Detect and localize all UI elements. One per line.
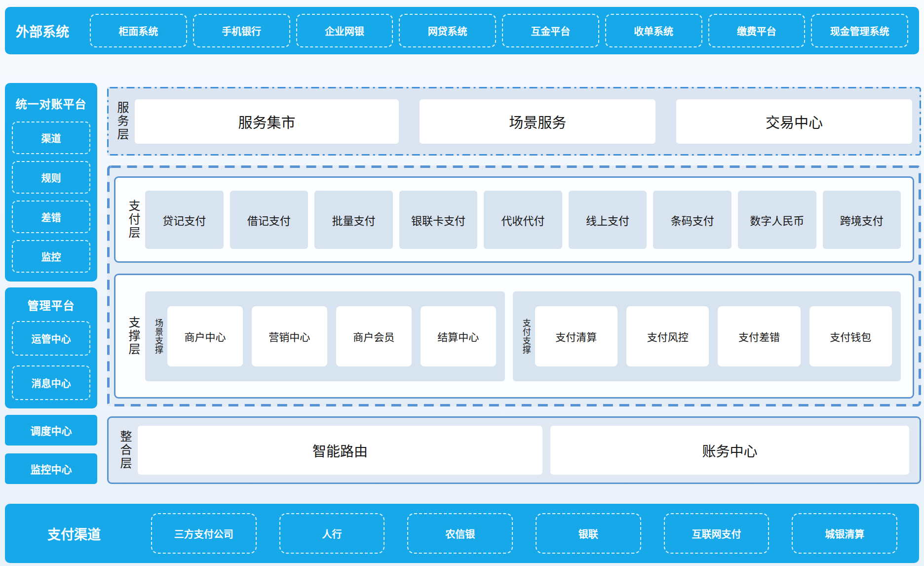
payment-layer-frame: 支付层 贷记支付 借记支付 批量支付 银联卡支付 代收代付 线上支付 条码支付 …	[114, 176, 914, 263]
support-layer-label: 支撑层	[127, 316, 139, 356]
node-merchant-center: 商户中心	[167, 306, 243, 366]
node-unionpay: 银联	[536, 513, 641, 554]
payment-layer-label: 支付层	[127, 200, 139, 240]
node-smart-routing: 智能路由	[138, 426, 542, 475]
integration-layer-panel: 整合层 智能路由 账务中心	[107, 416, 921, 484]
node-settlement-center: 结算中心	[421, 306, 496, 366]
node-corporate-ebank: 企业网银	[296, 14, 393, 47]
node-marketing-center: 营销中心	[252, 306, 327, 366]
node-barcode-payment: 条码支付	[653, 191, 732, 249]
scenario-support-group: 场景支撑 商户中心 营销中心 商户会员 结算中心	[145, 291, 505, 381]
node-payment-wallet: 支付钱包	[809, 306, 892, 366]
payment-support-group: 支付支撑 支付清算 支付风控 支付差错 支付钱包	[513, 291, 901, 381]
service-layer-label: 服务层	[116, 101, 128, 141]
node-merchant-member: 商户会员	[336, 306, 412, 366]
node-city-bank-clearing: 城银清算	[792, 513, 897, 554]
node-digital-rmb: 数字人民币	[738, 191, 816, 249]
reconciliation-platform-title: 统一对账平台	[12, 95, 90, 112]
payment-channels-title: 支付渠道	[20, 524, 128, 543]
node-online-payment: 线上支付	[569, 191, 647, 249]
node-monitoring: 监控	[12, 240, 90, 273]
node-payment-discrepancy: 支付差错	[718, 306, 800, 366]
node-counter-system: 柜面系统	[90, 14, 187, 47]
payment-channels-items: 三方支付公司 人行 农信银 银联 互联网支付 城银清算	[151, 513, 897, 554]
node-cash-management-system: 现金管理系统	[811, 14, 908, 47]
node-online-loan-system: 网贷系统	[399, 14, 496, 47]
node-dispatch-center: 调度中心	[5, 415, 97, 445]
payment-support-label: 支付支撑	[522, 319, 530, 354]
node-rules: 规则	[12, 161, 90, 194]
node-internet-payment: 互联网支付	[664, 513, 770, 554]
node-payment-risk-control: 支付风控	[626, 306, 709, 366]
node-message-center: 消息中心	[12, 365, 90, 400]
external-systems-title: 外部系统	[16, 21, 90, 40]
scenario-support-label: 场景支撑	[154, 319, 162, 354]
node-fee-payment-platform: 缴费平台	[708, 14, 806, 47]
node-cross-border-payment: 跨境支付	[823, 191, 901, 249]
service-layer-panel: 服务层 服务集市 场景服务 交易中心	[107, 87, 921, 156]
node-transaction-center: 交易中心	[676, 99, 912, 144]
integration-layer-label: 整合层	[119, 430, 131, 470]
node-batch-payment: 批量支付	[314, 191, 393, 249]
node-debit-payment: 借记支付	[230, 191, 308, 249]
support-layer-frame: 支撑层 场景支撑 商户中心 营销中心 商户会员 结算中心 支付支撑 支付清算 支…	[114, 274, 914, 399]
node-mobile-banking: 手机银行	[193, 14, 290, 47]
node-channel: 渠道	[12, 121, 90, 154]
external-systems-bar: 外部系统 柜面系统 手机银行 企业网银 网贷系统 互金平台 收单系统 缴费平台 …	[5, 7, 919, 54]
node-operation-center: 运管中心	[12, 321, 90, 356]
node-scenario-service: 场景服务	[420, 99, 655, 144]
node-service-market: 服务集市	[135, 99, 399, 144]
node-acquiring-system: 收单系统	[605, 14, 702, 47]
payment-support-container: 支付层 贷记支付 借记支付 批量支付 银联卡支付 代收代付 线上支付 条码支付 …	[107, 165, 921, 406]
node-payment-clearing: 支付清算	[535, 306, 617, 366]
node-credit-payment: 贷记支付	[145, 191, 224, 249]
external-systems-items: 柜面系统 手机银行 企业网银 网贷系统 互金平台 收单系统 缴费平台 现金管理系…	[90, 14, 908, 47]
node-pboc: 人行	[279, 513, 385, 554]
node-monitor-center: 监控中心	[5, 453, 97, 484]
node-discrepancy: 差错	[12, 201, 90, 233]
node-unionpay-card-payment: 银联卡支付	[399, 191, 478, 249]
reconciliation-platform-block: 统一对账平台 渠道 规则 差错 监控	[5, 83, 97, 282]
payment-channels-bar: 支付渠道 三方支付公司 人行 农信银 银联 互联网支付 城银清算	[5, 504, 919, 563]
node-third-party-payment-company: 三方支付公司	[151, 513, 257, 554]
node-internet-finance-platform: 互金平台	[502, 14, 599, 47]
node-rural-credit-bank: 农信银	[407, 513, 513, 554]
management-platform-title: 管理平台	[12, 296, 90, 313]
management-platform-block: 管理平台 运管中心 消息中心	[5, 287, 97, 408]
node-collection-agency-payment: 代收代付	[484, 191, 562, 249]
node-accounting-center: 账务中心	[550, 426, 909, 475]
